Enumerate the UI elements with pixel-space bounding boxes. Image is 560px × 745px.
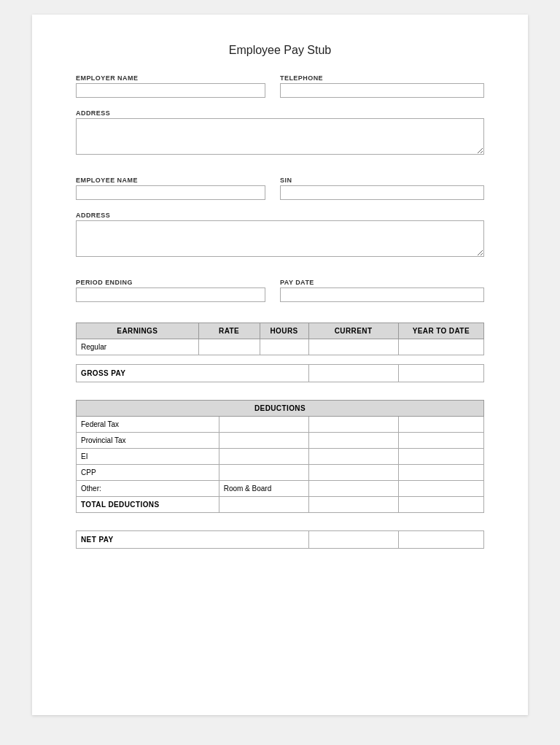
total-deductions-label: TOTAL DEDUCTIONS: [77, 497, 219, 513]
gross-pay-ytd[interactable]: [398, 365, 483, 382]
employer-name-label: EMPLOYER NAME: [76, 74, 265, 82]
cpp-detail: [219, 465, 308, 481]
employer-address-field: ADDRESS: [76, 109, 484, 156]
federal-tax-ytd[interactable]: [398, 417, 483, 433]
earnings-regular-label: Regular: [77, 339, 199, 355]
cpp-ytd[interactable]: [398, 465, 483, 481]
earnings-regular-rate[interactable]: [198, 339, 260, 355]
sin-input[interactable]: [280, 185, 484, 200]
other-current[interactable]: [308, 481, 398, 497]
earnings-row-regular: Regular: [77, 339, 484, 355]
provincial-tax-label: Provincial Tax: [77, 433, 219, 449]
net-pay-current[interactable]: [308, 531, 398, 549]
ei-label: EI: [77, 449, 219, 465]
ei-current[interactable]: [308, 449, 398, 465]
employer-address-label: ADDRESS: [76, 109, 484, 117]
employer-name-field: EMPLOYER NAME: [76, 74, 265, 98]
employer-address-section: ADDRESS: [76, 109, 484, 156]
federal-tax-label: Federal Tax: [77, 417, 219, 433]
provincial-tax-current[interactable]: [308, 433, 398, 449]
pay-date-field: PAY DATE: [280, 279, 484, 302]
gross-pay-row: GROSS PAY: [77, 365, 484, 382]
net-pay-ytd[interactable]: [398, 531, 483, 549]
employee-address-label: ADDRESS: [76, 212, 484, 219]
pay-date-label: PAY DATE: [280, 279, 484, 286]
period-ending-field: PERIOD ENDING: [76, 279, 265, 302]
other-label: Other:: [77, 481, 219, 497]
gross-pay-table: GROSS PAY: [76, 364, 484, 382]
net-pay-row: NET PAY: [77, 531, 484, 549]
employer-name-input[interactable]: [76, 83, 265, 98]
hours-header: HOURS: [260, 323, 308, 339]
earnings-header: EARNINGS: [77, 323, 199, 339]
period-ending-label: PERIOD ENDING: [76, 279, 265, 286]
employer-address-input[interactable]: [76, 118, 484, 155]
earnings-regular-hours[interactable]: [260, 339, 308, 355]
total-deductions-detail: [219, 497, 308, 513]
employer-info-section: EMPLOYER NAME TELEPHONE: [76, 74, 484, 98]
deductions-row-other: Other: Room & Board: [77, 481, 484, 497]
telephone-label: TELEPHONE: [280, 74, 484, 82]
total-deductions-row: TOTAL DEDUCTIONS: [77, 497, 484, 513]
employee-address-input[interactable]: [76, 220, 484, 257]
period-section: PERIOD ENDING PAY DATE: [76, 279, 484, 302]
period-ending-input[interactable]: [76, 287, 265, 302]
pay-stub-page: Employee Pay Stub EMPLOYER NAME TELEPHON…: [32, 15, 528, 715]
deductions-header-row: DEDUCTIONS: [77, 401, 484, 417]
cpp-current[interactable]: [308, 465, 398, 481]
employee-info-section: EMPLOYEE NAME SIN: [76, 177, 484, 200]
net-pay-label: NET PAY: [77, 531, 309, 549]
total-deductions-current[interactable]: [308, 497, 398, 513]
earnings-table: EARNINGS RATE HOURS CURRENT YEAR TO DATE…: [76, 323, 484, 355]
federal-tax-detail: [219, 417, 308, 433]
total-deductions-ytd[interactable]: [398, 497, 483, 513]
pay-date-input[interactable]: [280, 287, 484, 302]
sin-field: SIN: [280, 177, 484, 200]
telephone-input[interactable]: [280, 83, 484, 98]
sin-label: SIN: [280, 177, 484, 184]
ytd-header: YEAR TO DATE: [398, 323, 483, 339]
gross-pay-current[interactable]: [308, 365, 398, 382]
deductions-row-provincial-tax: Provincial Tax: [77, 433, 484, 449]
employee-address-section: ADDRESS: [76, 212, 484, 258]
gross-pay-label: GROSS PAY: [77, 365, 309, 382]
employee-name-input[interactable]: [76, 185, 265, 200]
deductions-table: DEDUCTIONS Federal Tax Provincial Tax EI: [76, 400, 484, 513]
current-header: CURRENT: [308, 323, 398, 339]
other-detail: Room & Board: [219, 481, 308, 497]
telephone-field: TELEPHONE: [280, 74, 484, 98]
page-title: Employee Pay Stub: [76, 44, 484, 57]
other-ytd[interactable]: [398, 481, 483, 497]
employee-address-field: ADDRESS: [76, 212, 484, 258]
employee-name-label: EMPLOYEE NAME: [76, 177, 265, 184]
deductions-row-ei: EI: [77, 449, 484, 465]
ei-ytd[interactable]: [398, 449, 483, 465]
provincial-tax-ytd[interactable]: [398, 433, 483, 449]
earnings-regular-current[interactable]: [308, 339, 398, 355]
deductions-header: DEDUCTIONS: [77, 401, 484, 417]
ei-detail: [219, 449, 308, 465]
earnings-regular-ytd[interactable]: [398, 339, 483, 355]
deductions-row-cpp: CPP: [77, 465, 484, 481]
rate-header: RATE: [198, 323, 260, 339]
deductions-row-federal-tax: Federal Tax: [77, 417, 484, 433]
provincial-tax-detail: [219, 433, 308, 449]
net-pay-table: NET PAY: [76, 530, 484, 549]
federal-tax-current[interactable]: [308, 417, 398, 433]
cpp-label: CPP: [77, 465, 219, 481]
employee-name-field: EMPLOYEE NAME: [76, 177, 265, 200]
